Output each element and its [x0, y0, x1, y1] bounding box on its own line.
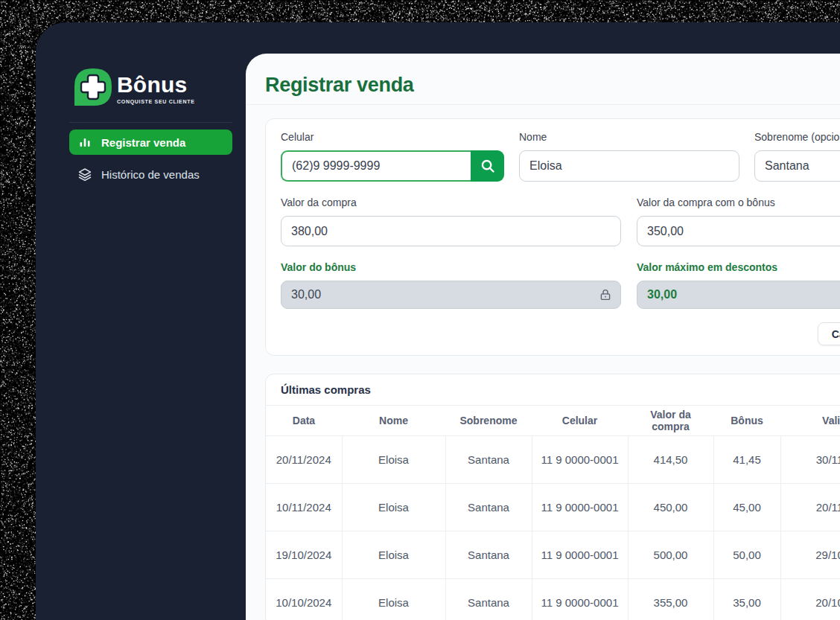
last-purchases-card: Últimas compras DataNomeSobrenomeCelular…	[265, 374, 840, 620]
celular-field-group: Celular	[281, 131, 504, 182]
purchases-table: DataNomeSobrenomeCelularValor da compraB…	[266, 406, 840, 620]
lock-icon	[599, 288, 612, 301]
plus-logo-icon	[74, 68, 112, 106]
valor-compra-field-group: Valor da compra	[281, 196, 621, 246]
layers-icon	[78, 167, 92, 181]
table-cell: 20/10/2024	[780, 578, 840, 620]
sidebar-item-label: Histórico de vendas	[101, 168, 200, 181]
table-cell: Santana	[445, 531, 532, 578]
brand-name: Bônus	[117, 74, 195, 96]
page-header: Registrar venda	[246, 54, 840, 97]
column-header: Data	[266, 406, 342, 435]
nome-field-group: Nome	[519, 131, 739, 182]
table-cell: Santana	[445, 435, 532, 483]
valor-compra-bonus-label: Valor da compra com o bônus	[637, 196, 840, 209]
sale-form-card: Celular N	[265, 118, 840, 356]
table-row: 20/11/2024EloisaSantana11 9 0000-0001414…	[266, 435, 840, 483]
valor-compra-input[interactable]	[281, 216, 621, 246]
table-title: Últimas compras	[266, 374, 840, 406]
table-row: 10/10/2024EloisaSantana11 9 0000-0001355…	[266, 578, 840, 620]
nome-input[interactable]	[519, 150, 739, 182]
celular-label: Celular	[281, 131, 504, 144]
sidebar: Bônus CONQUISTE SEU CLIENTE Registrar ve…	[36, 22, 246, 620]
column-header: Nome	[342, 406, 445, 435]
table-cell: 355,00	[628, 578, 713, 620]
sobrenome-field-group: Sobrenome (opcional)	[754, 131, 840, 182]
valor-compra-bonus-field-group: Valor da compra com o bônus	[637, 196, 840, 246]
nome-label: Nome	[519, 131, 739, 144]
table-cell: 414,50	[628, 435, 713, 483]
valor-compra-label: Valor da compra	[281, 196, 621, 209]
valor-compra-bonus-input[interactable]	[637, 216, 840, 246]
table-cell: Eloisa	[342, 531, 445, 578]
table-cell: 30/11/2024	[780, 435, 840, 483]
header-divider	[246, 104, 840, 105]
form-row-1: Celular N	[281, 131, 840, 182]
column-header: Sobrenome	[445, 406, 532, 435]
table-cell: 35,00	[713, 578, 780, 620]
table-cell: 10/11/2024	[266, 483, 342, 531]
valor-max-descontos-field-group: Valor máximo em descontos	[637, 261, 840, 309]
table-cell: 11 9 0000-0001	[532, 531, 628, 578]
form-row-3: Valor do bônus Valor máximo em	[281, 261, 840, 309]
table-cell: 29/10/2024	[780, 531, 840, 578]
column-header: Celular	[532, 406, 628, 435]
brand-tagline: CONQUISTE SEU CLIENTE	[117, 99, 195, 104]
sidebar-nav: Registrar venda Histórico de vendas	[69, 130, 232, 187]
table-cell: Santana	[445, 483, 532, 531]
celular-input[interactable]	[281, 150, 471, 182]
sobrenome-label: Sobrenome (opcional)	[754, 131, 840, 144]
sidebar-item-historico-de-vendas[interactable]: Histórico de vendas	[69, 162, 232, 187]
valor-bonus-field-group: Valor do bônus	[281, 261, 621, 309]
table-cell: 20/11/2024	[266, 435, 342, 483]
cancel-button[interactable]: Cancelar	[818, 322, 840, 345]
search-button[interactable]	[471, 150, 504, 182]
main-panel: Registrar venda Celular	[246, 54, 840, 620]
bar-chart-icon	[78, 135, 92, 149]
form-actions: Cancelar	[281, 322, 840, 345]
table-cell: 41,45	[713, 435, 780, 483]
table-cell: 19/10/2024	[266, 531, 342, 578]
table-cell: 45,00	[713, 483, 780, 531]
app-window: Bônus CONQUISTE SEU CLIENTE Registrar ve…	[36, 22, 840, 620]
sidebar-item-label: Registrar venda	[101, 136, 185, 149]
column-header: Validade	[780, 406, 840, 435]
column-header: Bônus	[713, 406, 780, 435]
table-cell: Eloisa	[342, 483, 445, 531]
sobrenome-input[interactable]	[754, 150, 840, 182]
table-row: 10/11/2024EloisaSantana11 9 0000-0001450…	[266, 483, 840, 531]
table-cell: 10/10/2024	[266, 578, 342, 620]
form-row-2: Valor da compra Valor da compra com o bô…	[281, 196, 840, 246]
table-cell: 11 9 0000-0001	[532, 483, 628, 531]
valor-max-descontos-input	[637, 281, 840, 309]
table-cell: 450,00	[628, 483, 713, 531]
table-cell: 11 9 0000-0001	[532, 435, 628, 483]
brand-logo: Bônus CONQUISTE SEU CLIENTE	[74, 68, 246, 106]
table-cell: Eloisa	[342, 435, 445, 483]
table-row: 19/10/2024EloisaSantana11 9 0000-0001500…	[266, 531, 840, 578]
table-cell: 500,00	[628, 531, 713, 578]
search-icon	[480, 158, 496, 174]
sidebar-item-registrar-venda[interactable]: Registrar venda	[69, 130, 232, 155]
valor-bonus-label: Valor do bônus	[281, 261, 621, 274]
table-header-row: DataNomeSobrenomeCelularValor da compraB…	[266, 406, 840, 435]
sidebar-divider	[69, 122, 232, 123]
table-cell: 20/11/2024	[780, 483, 840, 531]
page-title: Registrar venda	[265, 74, 840, 97]
table-cell: 11 9 0000-0001	[532, 578, 628, 620]
brand-text: Bônus CONQUISTE SEU CLIENTE	[117, 74, 195, 104]
valor-bonus-input	[281, 281, 621, 309]
column-header: Valor da compra	[628, 406, 713, 435]
valor-max-descontos-label: Valor máximo em descontos	[637, 261, 840, 274]
table-cell: 50,00	[713, 531, 780, 578]
table-cell: Santana	[445, 578, 532, 620]
table-cell: Eloisa	[342, 578, 445, 620]
